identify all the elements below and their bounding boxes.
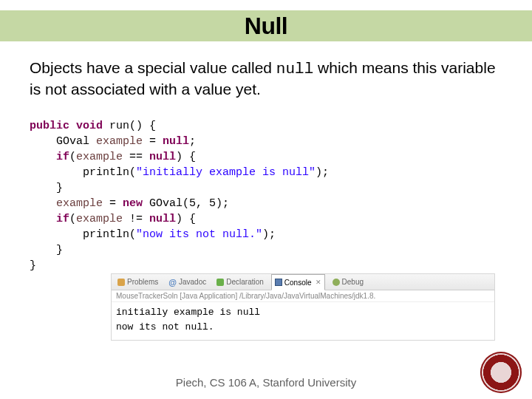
console-panel: Problems @ Javadoc Declaration Console ✕… (111, 273, 495, 341)
console-process: MouseTrackerSoln [Java Application] /Lib… (112, 290, 494, 302)
method-name: run (109, 120, 129, 132)
tab-declaration-label: Declaration (226, 278, 264, 286)
title-bar: Null (0, 10, 532, 41)
console-line-1: initially example is null (116, 307, 260, 318)
str-1: "initially example is null" (136, 166, 316, 179)
fn-println: println (83, 166, 129, 179)
kw-null: null (163, 135, 189, 148)
kw-public: public (30, 120, 69, 132)
kw-if: if (56, 151, 69, 163)
javadoc-icon: @ (168, 278, 177, 287)
kw-void: void (76, 120, 103, 132)
desc-pre: Objects have a special value called (30, 59, 276, 76)
debug-icon (332, 279, 340, 286)
kw-new: new (123, 197, 143, 210)
tab-javadoc[interactable]: @ Javadoc (166, 278, 209, 287)
tab-console-label: Console (284, 279, 312, 287)
type-goval: GOval (56, 135, 89, 148)
declaration-icon (216, 279, 224, 286)
tab-strip: Problems @ Javadoc Declaration Console ✕… (112, 274, 494, 290)
tab-debug-label: Debug (342, 278, 364, 286)
slide: Null Objects have a special value called… (0, 0, 532, 399)
desc-code: null (276, 61, 313, 78)
problems-icon (117, 279, 125, 286)
tab-problems-label: Problems (127, 278, 158, 286)
tab-javadoc-label: Javadoc (179, 278, 206, 286)
tab-console[interactable]: Console ✕ (271, 274, 325, 290)
tab-debug[interactable]: Debug (330, 278, 366, 286)
close-icon[interactable]: ✕ (316, 279, 321, 286)
console-icon (275, 279, 282, 286)
stanford-seal-icon (480, 352, 522, 393)
tab-problems[interactable]: Problems (115, 278, 161, 286)
str-2: "now its not null." (136, 228, 262, 241)
slide-title: Null (245, 13, 287, 40)
console-output: initially example is null now its not nu… (112, 302, 494, 340)
console-line-2: now its not null. (116, 321, 214, 332)
description: Objects have a special value called null… (30, 58, 502, 100)
var-example: example (96, 135, 143, 148)
code-block: public void run() { GOval example = null… (30, 118, 329, 273)
footer: Piech, CS 106 A, Stanford University (0, 376, 532, 389)
tab-declaration[interactable]: Declaration (214, 278, 267, 286)
paren: () { (129, 120, 156, 132)
